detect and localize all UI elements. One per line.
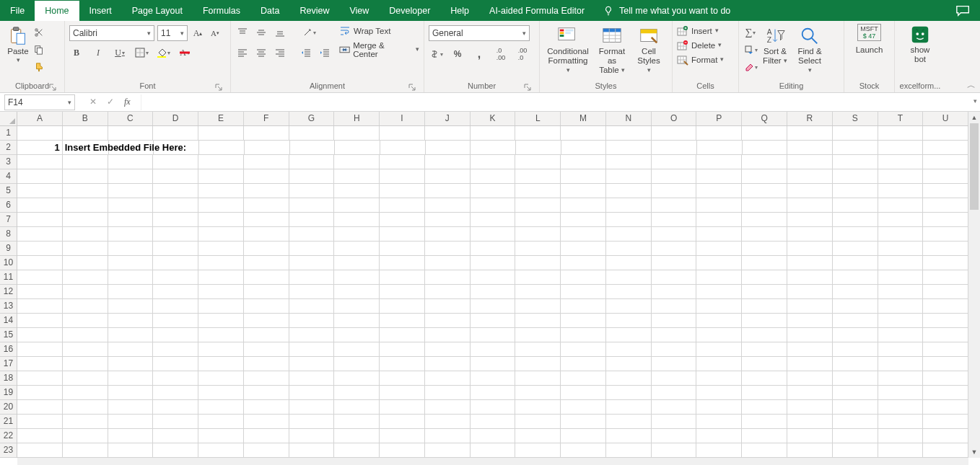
- paste-button[interactable]: Paste ▾: [4, 22, 32, 67]
- column-header-Q[interactable]: Q: [742, 112, 787, 125]
- cell-G21[interactable]: [289, 415, 335, 429]
- cell-M10[interactable]: [561, 256, 606, 270]
- cell-S3[interactable]: [833, 155, 878, 169]
- cell-K4[interactable]: [471, 169, 516, 184]
- cell-R10[interactable]: [787, 256, 833, 270]
- cell-E5[interactable]: [198, 184, 244, 198]
- cell-F15[interactable]: [244, 328, 289, 342]
- cell-H16[interactable]: [334, 342, 380, 357]
- cell-P21[interactable]: [696, 415, 742, 429]
- cell-T4[interactable]: [878, 169, 924, 184]
- cell-D5[interactable]: [153, 184, 198, 198]
- cell-I16[interactable]: [380, 342, 425, 357]
- cell-L15[interactable]: [515, 328, 561, 342]
- cell-R8[interactable]: [787, 227, 833, 242]
- row-header-18[interactable]: 18: [0, 371, 17, 386]
- cell-H11[interactable]: [334, 270, 380, 285]
- cell-J3[interactable]: [425, 155, 471, 169]
- cell-B22[interactable]: [63, 429, 108, 443]
- cell-I13[interactable]: [380, 299, 425, 314]
- cell-A17[interactable]: [17, 357, 63, 371]
- cell-A23[interactable]: [17, 443, 63, 458]
- cell-E14[interactable]: [198, 314, 244, 328]
- cell-J21[interactable]: [425, 415, 471, 429]
- cell-I6[interactable]: [380, 198, 425, 213]
- cell-N2[interactable]: [606, 141, 652, 155]
- cell-P6[interactable]: [696, 198, 742, 213]
- cell-L12[interactable]: [515, 285, 561, 299]
- cell-C18[interactable]: [108, 371, 154, 386]
- cell-J6[interactable]: [425, 198, 471, 213]
- cell-R17[interactable]: [787, 357, 833, 371]
- cell-G13[interactable]: [289, 299, 335, 314]
- cell-I7[interactable]: [380, 213, 425, 227]
- cell-D6[interactable]: [153, 198, 198, 213]
- cell-U10[interactable]: [923, 256, 968, 270]
- cell-B16[interactable]: [63, 342, 108, 357]
- cell-P23[interactable]: [696, 443, 742, 458]
- orientation-button[interactable]: [302, 25, 316, 40]
- cell-F2[interactable]: [245, 141, 290, 155]
- cell-G10[interactable]: [289, 256, 335, 270]
- cell-K5[interactable]: [471, 184, 516, 198]
- cell-Q20[interactable]: [742, 400, 787, 415]
- enter-formula-button[interactable]: ✓: [107, 97, 114, 107]
- cell-E21[interactable]: [198, 415, 244, 429]
- format-painter-button[interactable]: [32, 60, 46, 74]
- cell-M7[interactable]: [561, 213, 606, 227]
- cell-Q16[interactable]: [742, 342, 787, 357]
- cell-N3[interactable]: [606, 155, 652, 169]
- cell-R13[interactable]: [787, 299, 833, 314]
- cell-J14[interactable]: [425, 314, 471, 328]
- cell-F12[interactable]: [244, 285, 289, 299]
- cell-G1[interactable]: [289, 126, 335, 141]
- cell-B2[interactable]: Insert Embedded File Here:: [63, 141, 109, 155]
- cell-Q11[interactable]: [742, 270, 787, 285]
- cell-B10[interactable]: [63, 256, 108, 270]
- cell-C20[interactable]: [108, 400, 154, 415]
- cell-I22[interactable]: [380, 429, 425, 443]
- column-header-M[interactable]: M: [561, 112, 606, 125]
- row-header-13[interactable]: 13: [0, 299, 17, 314]
- row-header-2[interactable]: 2: [0, 141, 17, 155]
- cell-F14[interactable]: [244, 314, 289, 328]
- cell-S18[interactable]: [833, 371, 878, 386]
- cell-S14[interactable]: [833, 314, 878, 328]
- row-header-15[interactable]: 15: [0, 328, 17, 342]
- cell-P4[interactable]: [696, 169, 742, 184]
- cell-N17[interactable]: [606, 357, 652, 371]
- cell-C6[interactable]: [108, 198, 154, 213]
- column-header-E[interactable]: E: [198, 112, 244, 125]
- cell-E11[interactable]: [198, 270, 244, 285]
- align-top-button[interactable]: [235, 25, 250, 40]
- cell-P16[interactable]: [696, 342, 742, 357]
- cell-B8[interactable]: [63, 227, 108, 242]
- bold-button[interactable]: B: [69, 45, 84, 60]
- cell-Q17[interactable]: [742, 357, 787, 371]
- cell-O8[interactable]: [652, 227, 697, 242]
- cell-F17[interactable]: [244, 357, 289, 371]
- column-header-C[interactable]: C: [108, 112, 154, 125]
- fill-button[interactable]: [743, 43, 758, 57]
- cell-N22[interactable]: [606, 429, 652, 443]
- column-header-R[interactable]: R: [787, 112, 833, 125]
- cell-O17[interactable]: [652, 357, 697, 371]
- align-center-button[interactable]: [254, 45, 268, 60]
- cell-T5[interactable]: [878, 184, 924, 198]
- cell-J19[interactable]: [425, 386, 471, 400]
- merge-center-button[interactable]: Merge & Center ▾: [339, 41, 419, 58]
- column-header-T[interactable]: T: [878, 112, 924, 125]
- cell-N6[interactable]: [606, 198, 652, 213]
- cell-S15[interactable]: [833, 328, 878, 342]
- cell-L4[interactable]: [515, 169, 561, 184]
- cell-R16[interactable]: [787, 342, 833, 357]
- tab-data[interactable]: Data: [250, 1, 289, 21]
- cell-I5[interactable]: [380, 184, 425, 198]
- cell-S7[interactable]: [833, 213, 878, 227]
- font-name-select[interactable]: Calibri▾: [69, 25, 154, 41]
- cell-E17[interactable]: [198, 357, 244, 371]
- cell-G6[interactable]: [289, 198, 335, 213]
- cell-G3[interactable]: [289, 155, 335, 169]
- cell-H6[interactable]: [334, 198, 380, 213]
- cell-F21[interactable]: [244, 415, 289, 429]
